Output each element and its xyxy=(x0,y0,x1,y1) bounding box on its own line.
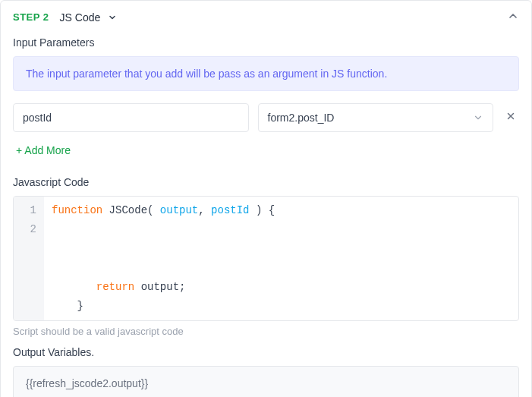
param-value-label: form2.post_ID xyxy=(268,112,335,124)
code-return-rest: output; xyxy=(134,281,185,293)
code-fn: JSCode( xyxy=(102,204,160,216)
close-icon xyxy=(505,111,516,124)
add-more-button[interactable]: + Add More xyxy=(13,143,74,158)
output-title: Output Variables. xyxy=(13,346,519,358)
code-title: Javascript Code xyxy=(13,176,519,188)
code-arg: postId xyxy=(211,204,249,216)
code-sep: , xyxy=(198,204,211,216)
step-type-label: JS Code xyxy=(60,11,101,24)
chevron-up-icon xyxy=(507,10,519,22)
output-variable-box: {{refresh_jscode2.output}} xyxy=(13,366,519,397)
code-close-paren: ) { xyxy=(250,204,275,216)
card-body: Input Parameters The input parameter tha… xyxy=(1,29,531,397)
collapse-toggle[interactable] xyxy=(507,10,519,24)
param-value-select[interactable]: form2.post_ID xyxy=(258,103,494,132)
info-banner: The input parameter that you add will be… xyxy=(13,56,519,91)
code-keyword: function xyxy=(52,204,102,216)
step-type-dropdown[interactable]: JS Code xyxy=(60,11,118,24)
code-keyword: return xyxy=(96,281,134,293)
add-more-label: + Add More xyxy=(16,144,71,156)
chevron-down-icon xyxy=(473,112,483,123)
step-card: STEP 2 JS Code Input Parameters The inpu… xyxy=(0,0,532,397)
card-header: STEP 2 JS Code xyxy=(1,1,531,29)
header-left: STEP 2 JS Code xyxy=(13,11,117,24)
remove-param-button[interactable] xyxy=(502,108,519,128)
input-params-title: Input Parameters xyxy=(13,36,519,49)
code-editor[interactable]: 1 2 function JSCode( output, postId ) { … xyxy=(13,196,519,321)
chevron-down-icon xyxy=(108,13,117,22)
param-row: form2.post_ID xyxy=(13,103,519,132)
step-label: STEP 2 xyxy=(13,11,49,23)
param-name-input[interactable] xyxy=(13,103,249,132)
code-gutter: 1 2 xyxy=(14,197,44,320)
code-hint: Script should be a valid javascript code xyxy=(13,326,519,337)
code-close-brace: } xyxy=(77,300,83,312)
code-content[interactable]: function JSCode( output, postId ) { retu… xyxy=(44,197,518,320)
code-arg: output xyxy=(160,204,198,216)
